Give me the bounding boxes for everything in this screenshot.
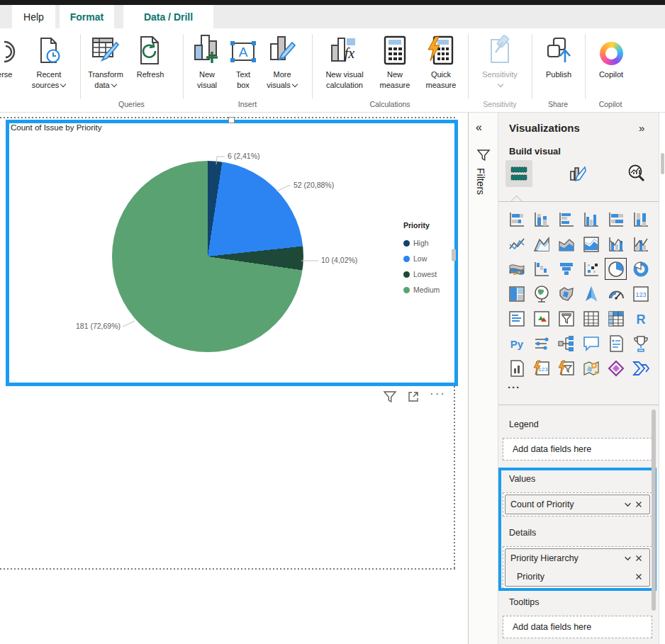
gallery-card-icon[interactable]: 123 xyxy=(628,281,653,306)
tab-data-drill[interactable]: Data / Drill xyxy=(123,5,213,28)
gallery-r-script-visual-icon[interactable]: R xyxy=(628,306,653,331)
gallery-100-stacked-column-chart-icon[interactable] xyxy=(628,207,653,232)
copilot-button[interactable]: Copilot xyxy=(591,34,631,80)
gallery-decomposition-tree-icon[interactable] xyxy=(554,331,579,356)
window-scrollbar-thumb[interactable] xyxy=(661,153,664,174)
values-dropzone[interactable]: Count of Priority xyxy=(503,492,652,516)
tab-help[interactable]: Help xyxy=(12,5,55,28)
filters-expand-icon[interactable]: « xyxy=(476,121,482,134)
gallery-paginated-report-icon[interactable] xyxy=(504,356,529,380)
new-measure-label2: measure xyxy=(380,81,410,89)
panel-scrollbar-thumb[interactable] xyxy=(652,409,656,611)
tab-format-visual[interactable] xyxy=(564,160,591,187)
pie-chart-visual[interactable]: Count of Issue by Priority 6 (2,41%) 52 … xyxy=(6,120,458,386)
gallery-stacked-column-chart-icon[interactable] xyxy=(529,207,554,232)
gallery-gauge-icon[interactable] xyxy=(603,281,628,306)
gallery-stacked-area-chart-icon[interactable] xyxy=(554,232,579,256)
gallery-matrix-icon[interactable] xyxy=(603,306,628,331)
quick-measure-button[interactable]: Quick measure xyxy=(418,34,464,91)
tooltips-placeholder: Add data fields here xyxy=(513,622,591,632)
gallery-card-new-icon[interactable]: 123 xyxy=(529,356,554,380)
gallery-pie-chart-icon[interactable] xyxy=(603,256,628,281)
remove-field-icon[interactable] xyxy=(633,553,644,564)
tab-format-label: Format xyxy=(70,11,104,23)
get-more-visuals-icon[interactable]: ··· xyxy=(508,381,520,393)
details-dropzone[interactable]: Priority Hierarchy Priority xyxy=(503,546,652,589)
more-options-icon[interactable]: ··· xyxy=(430,387,446,401)
gallery-q-and-a-icon[interactable] xyxy=(579,331,603,356)
recent-sources-button[interactable]: Recent sources xyxy=(20,34,78,91)
gallery-area-chart-icon[interactable] xyxy=(529,232,554,256)
gallery-waterfall-chart-icon[interactable] xyxy=(529,256,554,281)
visual-filter-icon[interactable] xyxy=(383,390,397,404)
gallery-smart-narrative-icon[interactable] xyxy=(603,331,628,356)
gallery-map-icon[interactable] xyxy=(529,281,554,306)
gallery-line-chart-icon[interactable] xyxy=(504,232,529,256)
gallery-line-and-clustered-column-chart-icon[interactable] xyxy=(628,232,653,256)
filters-pane-label[interactable]: Filters xyxy=(475,168,486,195)
gallery-slicer-new-icon[interactable] xyxy=(554,356,579,380)
pie-chart[interactable] xyxy=(112,161,303,352)
filter-funnel-icon[interactable] xyxy=(476,148,491,165)
legend-item-lowest[interactable]: Lowest xyxy=(403,266,440,282)
gallery-line-and-stacked-column-chart-icon[interactable] xyxy=(603,232,628,256)
chevron-down-icon[interactable] xyxy=(622,499,633,510)
sensitivity-icon xyxy=(476,34,523,65)
gallery-clustered-bar-chart-icon[interactable] xyxy=(554,207,579,232)
remove-field-icon[interactable] xyxy=(633,571,644,582)
new-measure-button[interactable]: New measure xyxy=(373,34,417,91)
sensitivity-button: Sensitivity xyxy=(476,34,523,90)
gallery-arcgis-map-icon[interactable] xyxy=(579,356,603,380)
gallery-table-icon[interactable] xyxy=(579,306,603,331)
gallery-scatter-chart-icon[interactable] xyxy=(579,256,603,281)
visual-resize-handle-right[interactable] xyxy=(452,249,456,261)
remove-field-icon[interactable] xyxy=(633,499,644,510)
gallery-slicer-icon[interactable] xyxy=(554,306,579,331)
legend-item-medium[interactable]: Medium xyxy=(403,282,440,298)
gallery-python-visual-icon[interactable]: Py xyxy=(504,331,529,356)
copilot-label: Copilot xyxy=(599,70,623,79)
transform-data-button[interactable]: Transform data xyxy=(84,34,128,91)
gallery-100-stacked-bar-chart-icon[interactable] xyxy=(603,207,628,232)
divider xyxy=(498,201,659,202)
field-pill-priority-hierarchy[interactable]: Priority Hierarchy Priority xyxy=(505,548,650,587)
gallery-power-apps-icon[interactable] xyxy=(603,356,628,380)
legend-dot-lowest xyxy=(403,271,410,278)
report-canvas[interactable]: Count of Issue by Priority 6 (2,41%) 52 … xyxy=(0,113,468,644)
tab-analytics[interactable] xyxy=(623,160,650,187)
field-pill-count-of-priority[interactable]: Count of Priority xyxy=(505,495,650,514)
build-visual-label: Build visual xyxy=(509,146,561,157)
gallery-filled-map-icon[interactable] xyxy=(554,281,579,306)
legend-dot-low xyxy=(403,256,410,262)
gallery-stacked-bar-chart-icon[interactable] xyxy=(504,207,529,232)
gallery-key-influencers-icon[interactable] xyxy=(529,331,554,356)
legend-item-high[interactable]: High xyxy=(403,235,440,251)
recent-sources-icon xyxy=(20,34,78,65)
chevron-down-icon[interactable] xyxy=(622,553,633,564)
tab-format[interactable]: Format xyxy=(60,5,114,28)
gallery-donut-chart-icon[interactable] xyxy=(628,256,653,281)
legend-dropzone[interactable]: Add data fields here xyxy=(503,438,652,461)
legend-item-low[interactable]: Low xyxy=(403,251,440,266)
gallery-metrics-icon[interactable] xyxy=(628,331,653,356)
gallery-treemap-icon[interactable] xyxy=(504,281,529,306)
gallery-100-stacked-area-chart-icon[interactable] xyxy=(579,232,603,256)
gallery-funnel-chart-icon[interactable] xyxy=(554,256,579,281)
gallery-power-automate-icon[interactable] xyxy=(628,356,653,380)
publish-button[interactable]: Publish xyxy=(539,34,579,80)
gallery-kpi-icon[interactable] xyxy=(529,306,554,331)
gallery-clustered-column-chart-icon[interactable] xyxy=(579,207,603,232)
text-box-button[interactable]: A Text box xyxy=(227,34,259,91)
gallery-multi-row-card-icon[interactable] xyxy=(504,306,529,331)
gallery-ribbon-chart-icon[interactable] xyxy=(504,256,529,281)
more-visuals-button[interactable]: More visuals xyxy=(259,34,305,91)
tooltips-dropzone[interactable]: Add data fields here xyxy=(503,616,652,638)
gallery-azure-map-icon[interactable] xyxy=(579,281,603,306)
new-visual-calculation-button[interactable]: fx New visual calculation xyxy=(316,34,373,91)
visual-resize-handle-top[interactable] xyxy=(228,117,235,123)
new-visual-button[interactable]: New visual xyxy=(187,34,227,91)
tab-build-visual[interactable] xyxy=(505,160,532,187)
focus-mode-icon[interactable] xyxy=(406,390,420,404)
panel-collapse-icon[interactable]: » xyxy=(639,122,644,134)
refresh-button[interactable]: Refresh xyxy=(129,34,172,80)
